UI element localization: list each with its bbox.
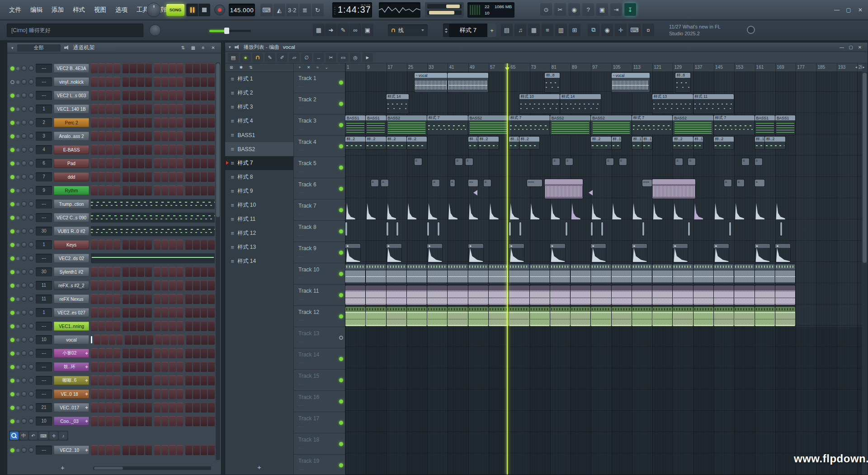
- track-options[interactable]: ...: [299, 381, 304, 385]
- track-led[interactable]: [339, 123, 343, 127]
- step-cell[interactable]: [193, 445, 200, 455]
- step-cell[interactable]: [123, 63, 129, 73]
- clip[interactable]: [448, 264, 467, 284]
- step-cell[interactable]: [123, 90, 129, 100]
- volume-knob[interactable]: [28, 323, 34, 329]
- add-track-icon[interactable]: +: [297, 64, 303, 71]
- clip[interactable]: 样..1: [632, 137, 642, 149]
- step-cell[interactable]: [101, 335, 108, 345]
- clip[interactable]: 样式 10: [519, 94, 560, 114]
- clip[interactable]: ►: [550, 244, 565, 262]
- step-cell[interactable]: [154, 267, 161, 277]
- pan-knob[interactable]: [21, 310, 27, 315]
- step-cell[interactable]: [201, 63, 208, 73]
- step-cell[interactable]: [123, 416, 129, 426]
- mixer-track-number[interactable]: ---: [36, 376, 52, 385]
- clip[interactable]: [345, 264, 365, 284]
- step-cell[interactable]: [161, 375, 168, 385]
- step-cell[interactable]: [161, 267, 168, 277]
- clip[interactable]: ≈vocal: [415, 73, 448, 92]
- clip[interactable]: ►: [632, 244, 647, 262]
- clip[interactable]: [652, 264, 672, 284]
- collapse-tracks-icon[interactable]: ⌄: [323, 64, 330, 71]
- zoom-icon[interactable]: ◎: [350, 53, 361, 62]
- step-cell[interactable]: [185, 185, 192, 195]
- track-led[interactable]: [339, 81, 343, 85]
- track-header[interactable]: Track 3...: [294, 114, 345, 136]
- volume-knob[interactable]: [28, 161, 34, 166]
- step-cell[interactable]: [147, 335, 153, 345]
- channel-led[interactable]: [10, 148, 14, 152]
- step-cell[interactable]: [177, 77, 184, 87]
- clip[interactable]: [673, 307, 693, 326]
- step-cell[interactable]: [91, 145, 98, 155]
- clip[interactable]: [550, 203, 560, 219]
- step-cell[interactable]: [130, 294, 137, 304]
- clip[interactable]: [734, 285, 754, 305]
- track-header[interactable]: Track 4...: [294, 136, 345, 157]
- track-options[interactable]: ...: [299, 126, 304, 130]
- time-display[interactable]: 1:44:37 M:S:CS: [332, 2, 372, 18]
- channel-button[interactable]: Coo.._03✛: [54, 417, 89, 426]
- step-cell[interactable]: [106, 185, 113, 195]
- channel-button[interactable]: Sylenth1 #2: [54, 267, 89, 276]
- song-mode-button[interactable]: SONG: [166, 4, 184, 16]
- pattern-item[interactable]: ≣样式 12: [225, 226, 293, 240]
- step-cell[interactable]: [161, 172, 168, 182]
- record-here-icon[interactable]: ●: [240, 53, 251, 62]
- shuffle-knob[interactable]: [149, 24, 161, 36]
- mixer-track-number[interactable]: ---: [36, 77, 52, 86]
- track-options[interactable]: ...: [299, 211, 304, 215]
- step-cell[interactable]: [145, 77, 152, 87]
- step-cell[interactable]: [137, 240, 144, 250]
- step-cell[interactable]: [154, 389, 161, 399]
- step-cell[interactable]: [113, 77, 120, 87]
- clip[interactable]: [366, 264, 386, 284]
- step-cell[interactable]: [123, 131, 129, 141]
- step-cell[interactable]: [193, 267, 200, 277]
- pan-knob[interactable]: [21, 242, 27, 247]
- step-cell[interactable]: [208, 403, 215, 413]
- step-cell[interactable]: [145, 104, 152, 114]
- menu-icon[interactable]: ▤: [228, 53, 239, 62]
- step-cell[interactable]: [106, 77, 113, 87]
- notification[interactable]: 11/27 What's new in FL Studio 2025.2: [669, 24, 721, 37]
- channel-button[interactable]: vocal: [54, 335, 89, 344]
- clip[interactable]: [755, 264, 775, 284]
- channel-mute-dot[interactable]: [16, 352, 19, 355]
- clip[interactable]: 样式 7: [632, 115, 673, 135]
- step-cell[interactable]: [177, 403, 184, 413]
- clip[interactable]: [688, 222, 690, 236]
- step-cell[interactable]: [106, 375, 113, 385]
- clip[interactable]: 样..2: [673, 137, 693, 149]
- step-cell[interactable]: [130, 240, 137, 250]
- mixer-track-number[interactable]: 11: [36, 294, 52, 304]
- step-cell[interactable]: [137, 172, 144, 182]
- mixer-track-number[interactable]: 1: [36, 308, 52, 317]
- volume-knob[interactable]: [28, 174, 34, 180]
- mixer-track-number[interactable]: 3: [36, 132, 52, 141]
- step-cell[interactable]: [130, 172, 137, 182]
- channel-mute-dot[interactable]: [16, 230, 19, 233]
- track-options[interactable]: ...: [299, 445, 304, 449]
- clip[interactable]: [693, 285, 713, 305]
- clip[interactable]: ►: [775, 244, 790, 262]
- step-cell[interactable]: [154, 445, 161, 455]
- pan-knob[interactable]: [21, 296, 27, 302]
- clip[interactable]: 样式 7: [427, 115, 468, 135]
- playhead-marker[interactable]: [505, 67, 509, 71]
- track-header[interactable]: Track 15...: [294, 370, 345, 391]
- step-cell[interactable]: [201, 445, 208, 455]
- pause-button[interactable]: [186, 4, 198, 16]
- clip[interactable]: [714, 285, 734, 305]
- pan-knob[interactable]: [21, 147, 27, 152]
- record-button[interactable]: [214, 5, 225, 15]
- step-cell[interactable]: [145, 145, 152, 155]
- track-led[interactable]: [339, 102, 343, 106]
- step-cell[interactable]: [185, 77, 192, 87]
- clip[interactable]: [566, 222, 567, 236]
- track-options[interactable]: ...: [299, 338, 304, 343]
- channel-button[interactable]: Trump..ction: [54, 200, 89, 209]
- track-led[interactable]: [339, 399, 343, 404]
- channel-led[interactable]: [10, 448, 14, 452]
